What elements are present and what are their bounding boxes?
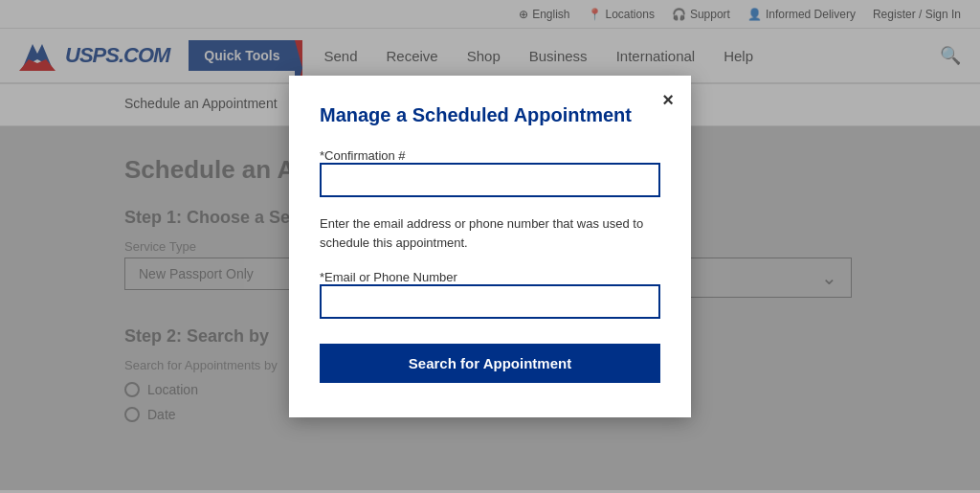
modal-box: × Manage a Scheduled Appointment *Confir… [289,76,691,417]
search-appointment-button[interactable]: Search for Appointment [320,344,660,383]
modal-title: Manage a Scheduled Appointment [320,104,660,126]
email-phone-input[interactable] [320,284,660,319]
help-text: Enter the email address or phone number … [320,214,660,252]
email-phone-label: *Email or Phone Number [320,270,457,284]
confirmation-label: *Confirmation # [320,148,406,163]
confirmation-input[interactable] [320,163,660,197]
modal-overlay: × Manage a Scheduled Appointment *Confir… [0,0,980,490]
modal-close-button[interactable]: × [662,89,674,111]
